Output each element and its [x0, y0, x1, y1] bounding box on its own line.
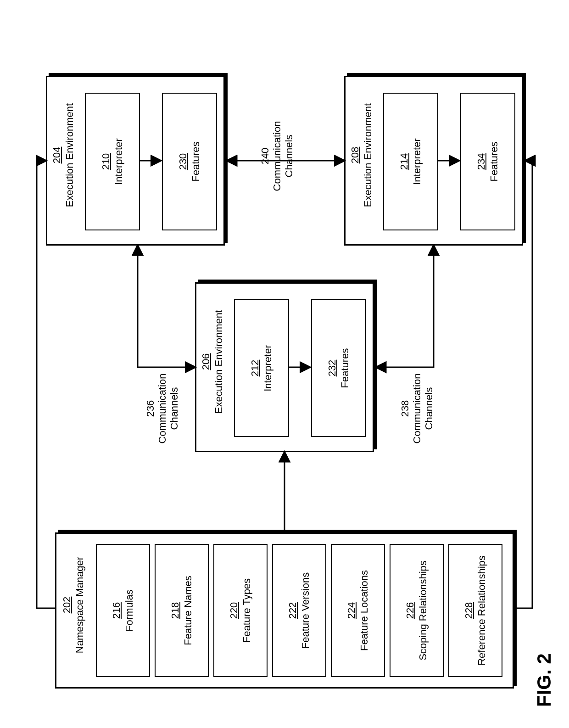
ns-item-feature-names: 218 Feature Names	[155, 544, 209, 677]
exec-env-208: 208 Execution Environment 214 Interprete…	[344, 76, 523, 246]
ns-item-formulas: 216 Formulas	[96, 544, 150, 677]
env-int-ref: 214	[398, 153, 410, 170]
channel-label: Communication Channels	[271, 106, 295, 207]
env-title: Execution Environment	[64, 72, 76, 239]
features-230: 230 Features	[162, 93, 217, 230]
interpreter-212: 212 Interpreter	[234, 299, 289, 437]
ns-item-ref: 224	[346, 602, 357, 619]
channel-ref: 236	[145, 400, 156, 417]
channel-238: 238 Communication Channels	[399, 358, 435, 459]
ns-item-label: Reference Relationships	[476, 555, 488, 666]
env-int-ref: 210	[100, 153, 112, 170]
channel-236: 236 Communication Channels	[145, 358, 180, 459]
ns-item-label: Scoping Relationships	[417, 560, 429, 661]
interpreter-210: 210 Interpreter	[85, 93, 140, 230]
env-feat-ref: 232	[326, 360, 338, 377]
env-int-label: Interpreter	[262, 345, 274, 392]
ns-item-feature-versions: 222 Feature Versions	[272, 544, 326, 677]
env-int-ref: 212	[249, 360, 261, 377]
ns-item-ref: 218	[169, 602, 181, 619]
channel-label: Communication Channels	[411, 358, 435, 459]
env-int-label: Interpreter	[113, 138, 125, 185]
ns-item-reference: 228 Reference Relationships	[448, 544, 502, 677]
features-232: 232 Features	[311, 299, 366, 437]
env-ref: 204	[51, 72, 63, 239]
env-ref: 206	[200, 278, 212, 445]
namespace-ref: 202	[61, 528, 73, 682]
env-feat-label: Features	[339, 348, 351, 388]
ns-item-ref: 222	[287, 602, 299, 619]
env-int-label: Interpreter	[411, 138, 423, 185]
namespace-title: Namespace Manager	[74, 528, 86, 682]
env-title: Execution Environment	[362, 72, 374, 239]
ns-item-label: Formulas	[123, 589, 135, 632]
env-feat-label: Features	[190, 142, 202, 182]
ns-item-ref: 228	[463, 602, 475, 619]
figure-label: FIG. 2	[533, 653, 555, 707]
ns-item-label: Feature Locations	[358, 570, 370, 651]
env-feat-label: Features	[488, 142, 500, 182]
diagram-canvas: 202 Namespace Manager 216 Formulas 218 F…	[18, 18, 551, 707]
features-234: 234 Features	[460, 93, 515, 230]
namespace-manager-box: 202 Namespace Manager 216 Formulas 218 F…	[55, 532, 514, 689]
env-ref: 208	[349, 72, 361, 239]
channel-240: 240 Communication Channels	[259, 106, 295, 207]
ns-item-feature-locations: 224 Feature Locations	[331, 544, 385, 677]
ns-item-scoping: 226 Scoping Relationships	[390, 544, 444, 677]
ns-item-ref: 220	[228, 602, 240, 619]
exec-env-206: 206 Execution Environment 212 Interprete…	[195, 282, 374, 452]
channel-label: Communication Channels	[156, 358, 180, 459]
ns-item-label: Feature Versions	[300, 572, 312, 649]
env-title: Execution Environment	[213, 278, 225, 445]
ns-item-label: Feature Types	[241, 578, 253, 643]
ns-item-label: Feature Names	[182, 576, 194, 645]
ns-item-ref: 226	[404, 602, 416, 619]
channel-ref: 238	[399, 400, 411, 417]
env-feat-ref: 230	[177, 153, 189, 170]
exec-env-204: 204 Execution Environment 210 Interprete…	[46, 76, 225, 246]
ns-item-feature-types: 220 Feature Types	[213, 544, 268, 677]
env-feat-ref: 234	[475, 153, 487, 170]
ns-item-ref: 216	[111, 602, 123, 619]
channel-ref: 240	[259, 148, 271, 165]
interpreter-214: 214 Interpreter	[383, 93, 438, 230]
